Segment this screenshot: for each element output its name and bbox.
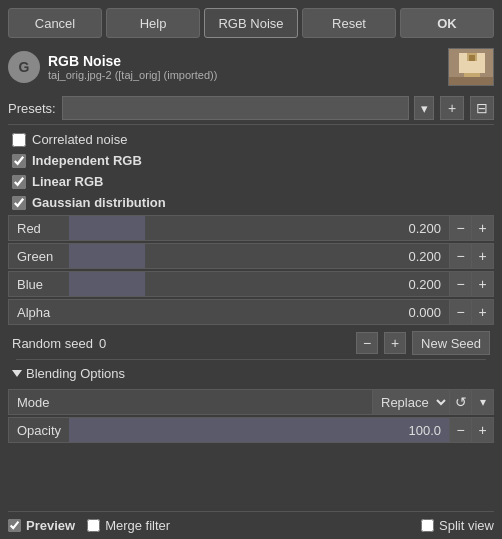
mode-dropdown-button[interactable]: ▾ bbox=[471, 390, 493, 414]
correlated-noise-label[interactable]: Correlated noise bbox=[32, 132, 127, 147]
opacity-row: Opacity 100.0 − + bbox=[8, 417, 494, 443]
presets-save-button[interactable]: ⊟ bbox=[470, 96, 494, 120]
slider-label-alpha: Alpha bbox=[9, 305, 69, 320]
slider-value-alpha: 0.000 bbox=[408, 305, 441, 320]
split-checkbox[interactable] bbox=[421, 519, 434, 532]
slider-plus-alpha[interactable]: + bbox=[471, 300, 493, 324]
seed-row: Random seed 0 − + New Seed bbox=[8, 327, 494, 359]
opacity-fill bbox=[69, 418, 449, 442]
linear-rgb-checkbox[interactable] bbox=[12, 175, 26, 189]
mode-label: Mode bbox=[9, 395, 372, 410]
gaussian-dist-checkbox[interactable] bbox=[12, 196, 26, 210]
slider-minus-blue[interactable]: − bbox=[449, 272, 471, 296]
reset-button[interactable]: Reset bbox=[302, 8, 396, 38]
mode-row: Mode Replace Normal Multiply ↺ ▾ bbox=[8, 389, 494, 415]
opacity-label: Opacity bbox=[9, 423, 69, 438]
blending-content: Mode Replace Normal Multiply ↺ ▾ Opacity… bbox=[8, 385, 494, 447]
slider-row-blue: Blue 0.200 − + bbox=[8, 271, 494, 297]
header-text: RGB Noise taj_orig.jpg-2 ([taj_orig] (im… bbox=[48, 53, 440, 81]
independent-rgb-checkbox[interactable] bbox=[12, 154, 26, 168]
svg-rect-3 bbox=[469, 55, 475, 61]
presets-label: Presets: bbox=[8, 101, 56, 116]
slider-fill-green bbox=[69, 244, 145, 268]
gaussian-dist-row: Gaussian distribution bbox=[8, 192, 494, 213]
help-button[interactable]: Help bbox=[106, 8, 200, 38]
blending-collapse-icon bbox=[12, 370, 22, 377]
preview-label[interactable]: Preview bbox=[26, 518, 75, 533]
slider-row-alpha: Alpha 0.000 − + bbox=[8, 299, 494, 325]
slider-row-red: Red 0.200 − + bbox=[8, 215, 494, 241]
slider-fill-blue bbox=[69, 272, 145, 296]
correlated-noise-row: Correlated noise bbox=[8, 129, 494, 150]
seed-decrement-button[interactable]: − bbox=[356, 332, 378, 354]
opacity-decrement-button[interactable]: − bbox=[449, 418, 471, 442]
split-wrapper: Split view bbox=[421, 518, 494, 533]
independent-rgb-label[interactable]: Independent RGB bbox=[32, 153, 142, 168]
svg-rect-5 bbox=[449, 77, 494, 86]
presets-add-button[interactable]: + bbox=[440, 96, 464, 120]
merge-label[interactable]: Merge filter bbox=[105, 518, 170, 533]
correlated-noise-checkbox[interactable] bbox=[12, 133, 26, 147]
sliders-container: Red 0.200 − + Green 0.200 − + Blue 0.200… bbox=[8, 215, 494, 325]
gaussian-dist-label[interactable]: Gaussian distribution bbox=[32, 195, 166, 210]
plugin-icon: G bbox=[8, 51, 40, 83]
slider-value-green: 0.200 bbox=[408, 249, 441, 264]
preview-row: Preview Merge filter Split view bbox=[0, 512, 502, 539]
opacity-increment-button[interactable]: + bbox=[471, 418, 493, 442]
slider-minus-alpha[interactable]: − bbox=[449, 300, 471, 324]
opacity-value: 100.0 bbox=[408, 423, 441, 438]
linear-rgb-label[interactable]: Linear RGB bbox=[32, 174, 104, 189]
slider-track-red[interactable]: 0.200 bbox=[69, 216, 449, 240]
toolbar: Cancel Help RGB Noise Reset OK bbox=[0, 0, 502, 44]
ok-button[interactable]: OK bbox=[400, 8, 494, 38]
slider-track-green[interactable]: 0.200 bbox=[69, 244, 449, 268]
header: G RGB Noise taj_orig.jpg-2 ([taj_orig] (… bbox=[0, 44, 502, 92]
preview-wrapper: Preview bbox=[8, 518, 75, 533]
slider-track-alpha[interactable]: 0.000 bbox=[69, 300, 449, 324]
plugin-subtitle: taj_orig.jpg-2 ([taj_orig] (imported)) bbox=[48, 69, 440, 81]
presets-row: Presets: ▾ + ⊟ bbox=[0, 92, 502, 124]
seed-increment-button[interactable]: + bbox=[384, 332, 406, 354]
presets-arrow-icon[interactable]: ▾ bbox=[414, 96, 434, 120]
linear-rgb-row: Linear RGB bbox=[8, 171, 494, 192]
mode-select[interactable]: Replace Normal Multiply bbox=[372, 390, 449, 414]
slider-fill-red bbox=[69, 216, 145, 240]
dialog: Cancel Help RGB Noise Reset OK G RGB Noi… bbox=[0, 0, 502, 539]
slider-label-blue: Blue bbox=[9, 277, 69, 292]
split-label[interactable]: Split view bbox=[439, 518, 494, 533]
slider-label-green: Green bbox=[9, 249, 69, 264]
slider-minus-green[interactable]: − bbox=[449, 244, 471, 268]
opacity-slider-track[interactable]: 100.0 bbox=[69, 418, 449, 442]
independent-rgb-row: Independent RGB bbox=[8, 150, 494, 171]
presets-select[interactable] bbox=[62, 96, 409, 120]
slider-plus-blue[interactable]: + bbox=[471, 272, 493, 296]
slider-value-blue: 0.200 bbox=[408, 277, 441, 292]
preview-checkbox[interactable] bbox=[8, 519, 21, 532]
seed-value: 0 bbox=[99, 336, 350, 351]
image-thumbnail bbox=[448, 48, 494, 86]
merge-wrapper: Merge filter bbox=[87, 518, 170, 533]
slider-minus-red[interactable]: − bbox=[449, 216, 471, 240]
merge-checkbox[interactable] bbox=[87, 519, 100, 532]
plugin-title: RGB Noise bbox=[48, 53, 440, 69]
slider-row-green: Green 0.200 − + bbox=[8, 243, 494, 269]
rgb-noise-button[interactable]: RGB Noise bbox=[204, 8, 298, 38]
slider-label-red: Red bbox=[9, 221, 69, 236]
cancel-button[interactable]: Cancel bbox=[8, 8, 102, 38]
slider-track-blue[interactable]: 0.200 bbox=[69, 272, 449, 296]
content-area: Correlated noise Independent RGB Linear … bbox=[0, 125, 502, 511]
slider-plus-green[interactable]: + bbox=[471, 244, 493, 268]
blending-options-label: Blending Options bbox=[26, 366, 125, 381]
slider-value-red: 0.200 bbox=[408, 221, 441, 236]
seed-label: Random seed bbox=[12, 336, 93, 351]
slider-plus-red[interactable]: + bbox=[471, 216, 493, 240]
mode-reset-button[interactable]: ↺ bbox=[449, 390, 471, 414]
blending-options-header[interactable]: Blending Options bbox=[8, 360, 494, 385]
new-seed-button[interactable]: New Seed bbox=[412, 331, 490, 355]
